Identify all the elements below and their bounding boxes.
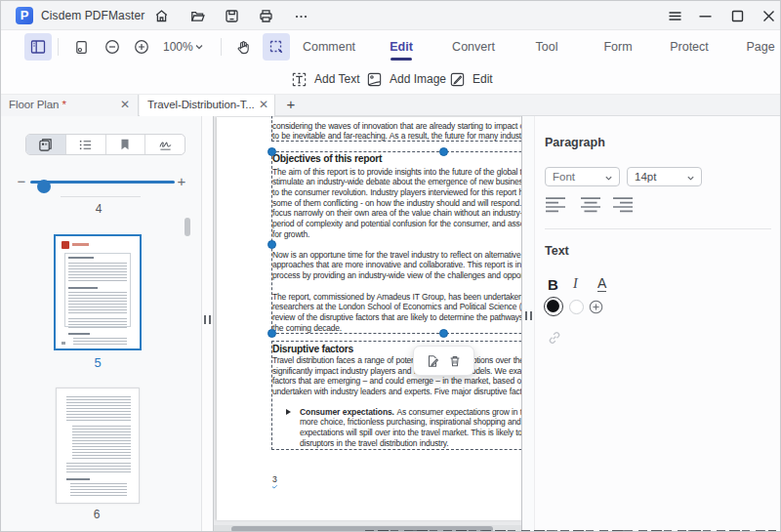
slider-track[interactable] (30, 181, 175, 184)
sidebar-scrollbar[interactable] (185, 218, 190, 236)
thumbnail-text-lines (68, 292, 127, 315)
font-color-button[interactable]: A (597, 276, 606, 292)
text-block-outline-disruptive[interactable] (271, 341, 521, 450)
signature-view-tab[interactable] (145, 135, 185, 154)
hand-tool-button[interactable] (229, 33, 257, 61)
thumbnail-text-lines (73, 338, 127, 345)
app-title: Cisdem PDFMaster (41, 9, 144, 22)
ribbon-tab-comment[interactable]: Comment (300, 30, 358, 63)
edit-icon (449, 71, 466, 88)
toolbar-separator-2 (221, 38, 222, 56)
thumbnail-text-lines (66, 463, 131, 474)
doc-tab-travel-distribution[interactable]: Travel-Distribution-T... ✕ (140, 95, 275, 117)
zoom-out-button[interactable] (99, 33, 126, 61)
delete-annotation-icon[interactable] (448, 354, 462, 368)
link-icon[interactable] (547, 330, 562, 346)
text-block-outline-top[interactable] (271, 116, 521, 142)
doc-tab-floor-plan-label: Floor Plan (9, 99, 59, 110)
add-text-button[interactable]: Add Text (291, 63, 359, 95)
add-text-icon (291, 71, 308, 88)
print-icon[interactable] (259, 9, 273, 23)
thumbnail-text-lines (68, 263, 127, 283)
font-family-value: Font (553, 171, 575, 183)
font-family-chevron-icon (604, 174, 613, 183)
align-center-button[interactable] (580, 196, 601, 214)
select-tool-button[interactable] (263, 33, 290, 61)
zoom-level-value[interactable]: 100% (163, 40, 193, 54)
page-6-number: 6 (58, 508, 136, 521)
slider-thumb[interactable] (37, 180, 51, 193)
color-swatch-black[interactable] (544, 297, 563, 316)
ribbon-tab-form[interactable]: Form (589, 30, 647, 63)
edit-sub-toolbar: Add Text Add Image Edit (1, 63, 781, 95)
page-4-thumbnail-edge[interactable] (61, 196, 141, 197)
home-icon[interactable] (154, 9, 169, 23)
page-6-thumbnail[interactable] (56, 388, 140, 504)
ribbon-tab-edit[interactable]: Edit (372, 30, 431, 63)
ribbon-tab-protect[interactable]: Protect (660, 30, 719, 63)
outline-view-tab[interactable] (66, 135, 106, 154)
page-view-button[interactable] (67, 33, 95, 61)
color-swatch-white[interactable] (569, 300, 584, 314)
bold-button[interactable]: B (548, 276, 558, 293)
sidebar-resize-handle[interactable] (204, 315, 211, 324)
zoom-dropdown-chevron-icon[interactable] (191, 33, 207, 61)
page-5-number: 5 (59, 355, 137, 370)
align-right-icon (612, 196, 634, 214)
title-bar: P Cisdem PDFMaster (1, 1, 781, 30)
thumbnail-sidebar: − + 4 (1, 116, 202, 532)
slider-minus-button[interactable]: − (15, 175, 28, 188)
horizontal-scrollbar-thumb[interactable] (231, 526, 493, 532)
align-right-button[interactable] (612, 196, 634, 214)
add-color-button[interactable] (589, 300, 603, 314)
save-icon[interactable] (225, 9, 239, 23)
paragraph-section-label: Paragraph (545, 136, 605, 149)
main-area: − + 4 (1, 116, 781, 532)
slider-plus-button[interactable]: + (175, 175, 188, 188)
minimize-icon[interactable] (698, 9, 713, 23)
zoom-in-button[interactable] (128, 33, 155, 61)
menu-icon[interactable] (668, 9, 682, 23)
more-icon[interactable] (294, 9, 308, 23)
ribbon-tab-tool[interactable]: Tool (517, 30, 576, 63)
thumbnail-heading-line (66, 478, 90, 480)
thumbnail-heading-line (68, 287, 98, 289)
thumbnail-heading-line (68, 257, 94, 259)
ribbon-tab-page[interactable]: Page (731, 30, 781, 63)
align-center-icon (580, 196, 601, 214)
doc-tab-travel-distribution-close-icon[interactable]: ✕ (259, 98, 268, 111)
selection-handle-middle-left[interactable] (267, 240, 276, 249)
bookmarks-view-tab[interactable] (106, 135, 146, 154)
selection-handle-bottom-left[interactable] (267, 329, 276, 338)
selection-handle-top-center[interactable] (439, 147, 448, 156)
close-icon[interactable] (761, 9, 776, 23)
selected-text-block[interactable] (271, 151, 521, 334)
doc-footer-page-number: 3 (272, 474, 277, 484)
edit-object-button[interactable]: Edit (449, 63, 493, 95)
align-left-button[interactable] (545, 196, 566, 214)
doc-tab-floor-plan-close-icon[interactable]: ✕ (120, 98, 130, 111)
page-5-thumbnail[interactable] (54, 234, 142, 350)
doc-tab-floor-plan[interactable]: Floor Plan * ✕ (1, 95, 139, 116)
edit-annotation-icon[interactable] (426, 354, 439, 368)
selection-handle-bottom-center[interactable] (439, 329, 448, 338)
open-file-icon[interactable] (190, 9, 205, 23)
thumbnail-page-footer (62, 342, 65, 345)
new-tab-button[interactable]: + (283, 97, 299, 112)
add-image-button[interactable]: Add Image (366, 63, 446, 95)
maximize-icon[interactable] (730, 9, 745, 23)
text-section-label: Text (545, 244, 569, 258)
font-size-dropdown[interactable]: 14pt (627, 167, 702, 186)
font-size-chevron-icon (686, 174, 695, 183)
thumbnail-text-lines (70, 483, 127, 497)
toggle-sidebar-button[interactable] (24, 33, 52, 61)
selection-handle-top-left[interactable] (267, 147, 276, 156)
thumbnails-view-tab[interactable] (26, 135, 66, 154)
panel-resize-handle[interactable] (525, 311, 532, 320)
ribbon-tab-convert[interactable]: Convert (444, 30, 503, 63)
align-left-icon (545, 196, 566, 214)
doc-tab-travel-distribution-label: Travel-Distribution-T... (147, 99, 255, 110)
font-family-dropdown[interactable]: Font (545, 167, 620, 186)
italic-button[interactable]: I (573, 276, 578, 292)
page-4-number: 4 (60, 202, 138, 216)
